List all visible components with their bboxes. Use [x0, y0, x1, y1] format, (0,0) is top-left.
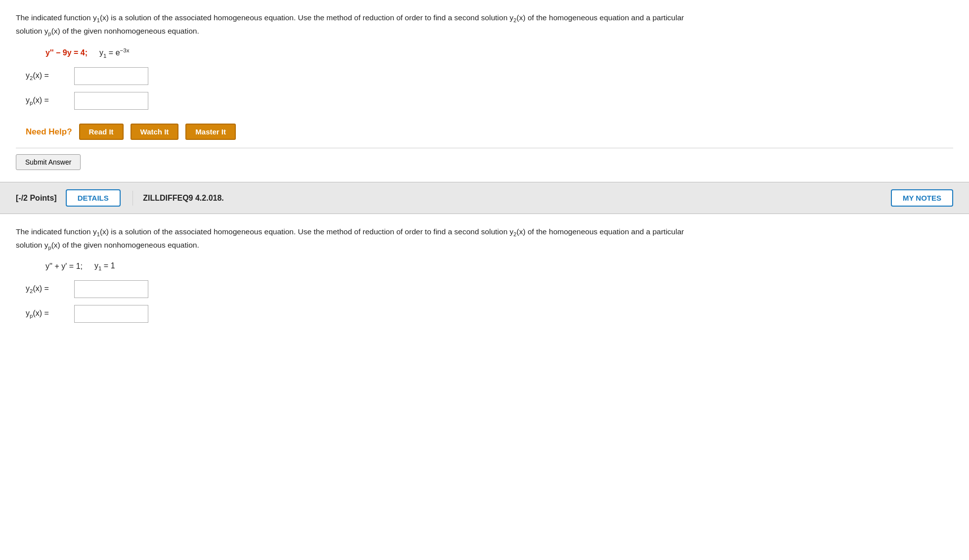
need-help-row: Need Help? Read It Watch It Master It	[26, 124, 953, 140]
y2-math-label-bottom: y2(x) =	[26, 284, 70, 294]
equation-text-bottom: y'' + y' = 1;	[45, 262, 83, 271]
my-notes-button[interactable]: MY NOTES	[891, 189, 953, 207]
y2-row-top: y2(x) =	[26, 67, 953, 85]
problem-description-bottom: The indicated function y1(x) is a soluti…	[16, 226, 708, 253]
yp-row-bottom: yp(x) =	[26, 305, 953, 323]
problem-description-top: The indicated function y1(x) is a soluti…	[16, 12, 708, 39]
read-it-button[interactable]: Read It	[79, 124, 124, 140]
yp-input-top[interactable]	[74, 92, 148, 110]
yp-math-label-top: yp(x) =	[26, 96, 70, 106]
y1-label-bottom: y1 = 1	[94, 261, 115, 271]
yp-math-label-bottom: yp(x) =	[26, 309, 70, 319]
submit-row: Submit Answer	[16, 148, 953, 170]
yp-input-bottom[interactable]	[74, 305, 148, 323]
equation-line-bottom: y'' + y' = 1; y1 = 1	[45, 261, 953, 271]
need-help-label: Need Help?	[26, 127, 72, 137]
y2-input-bottom[interactable]	[74, 280, 148, 298]
watch-it-button[interactable]: Watch It	[131, 124, 179, 140]
details-button[interactable]: DETAILS	[66, 189, 121, 207]
top-section: The indicated function y1(x) is a soluti…	[0, 0, 969, 178]
y2-math-label-top: y2(x) =	[26, 71, 70, 81]
problem-id: ZILLDIFFEQ9 4.2.018.	[143, 194, 882, 203]
submit-answer-button[interactable]: Submit Answer	[16, 154, 81, 170]
equation-text-top: y'' − 9y = 4;	[45, 48, 88, 57]
equation-line-top: y'' − 9y = 4; y1 = e−3x	[45, 47, 953, 59]
bottom-section: The indicated function y1(x) is a soluti…	[0, 214, 969, 339]
master-it-button[interactable]: Master It	[185, 124, 236, 140]
equation-block-top: y'' − 9y = 4; y1 = e−3x	[45, 47, 953, 59]
points-label: [-/2 Points]	[16, 194, 57, 203]
y2-row-bottom: y2(x) =	[26, 280, 953, 298]
y1-label-top: y1 = e−3x	[99, 47, 129, 59]
equation-block-bottom: y'' + y' = 1; y1 = 1	[45, 261, 953, 271]
yp-row-top: yp(x) =	[26, 92, 953, 110]
divider-section: [-/2 Points] DETAILS ZILLDIFFEQ9 4.2.018…	[0, 182, 969, 214]
y2-input-top[interactable]	[74, 67, 148, 85]
